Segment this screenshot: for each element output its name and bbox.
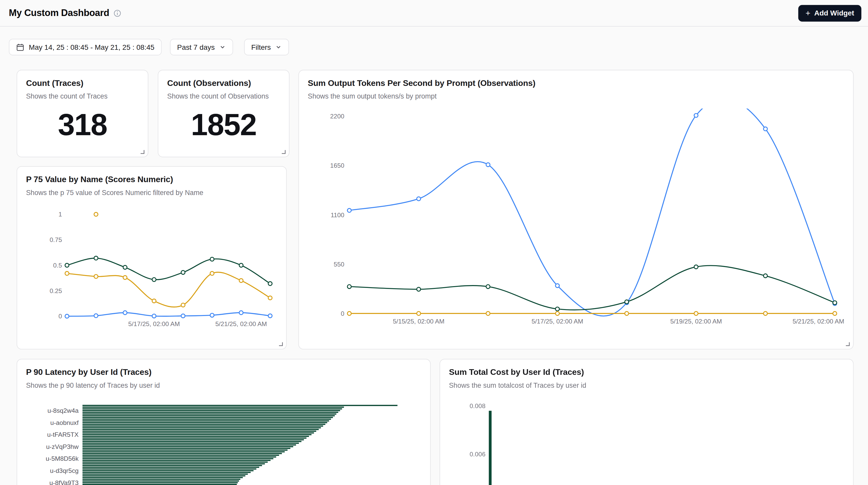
chevron-down-icon xyxy=(219,44,226,51)
filters-label: Filters xyxy=(251,43,271,51)
svg-text:5/17/25, 02:00 AM: 5/17/25, 02:00 AM xyxy=(128,321,180,327)
filters-dropdown[interactable]: Filters xyxy=(244,39,289,55)
widget-subtitle: Shows the sum totalcost of Traces by use… xyxy=(449,382,844,390)
chart-wrap: 00.250.50.7515/17/25, 02:00 AM5/21/25, 0… xyxy=(26,205,277,332)
chart-wrap: 05501100165022005/15/25, 02:00 AM5/17/25… xyxy=(308,109,844,336)
svg-text:0.006: 0.006 xyxy=(470,451,486,458)
svg-text:0.25: 0.25 xyxy=(50,287,62,294)
title-wrap: My Custom Dashboard xyxy=(9,7,121,19)
p90-latency-bar-chart[interactable]: u-8sq2w4au-aobnuxfu-tFAR5TXu-zVqP3hwu-5M… xyxy=(26,399,423,485)
add-widget-label: Add Widget xyxy=(814,9,854,17)
plus-icon: + xyxy=(806,9,810,17)
widget-title: Count (Traces) xyxy=(26,78,139,88)
widget-count-traces[interactable]: Count (Traces) Shows the count of Traces… xyxy=(17,70,148,157)
resize-handle-icon[interactable] xyxy=(278,341,283,346)
svg-text:5/19/25, 02:00 AM: 5/19/25, 02:00 AM xyxy=(670,318,722,325)
metric-value: 1852 xyxy=(167,110,280,140)
chart-wrap: 0.0080.006 xyxy=(449,399,844,485)
svg-text:0.5: 0.5 xyxy=(53,262,62,269)
svg-text:5/21/25, 02:00 AM: 5/21/25, 02:00 AM xyxy=(215,321,267,327)
widget-title: Sum Total Cost by User Id (Traces) xyxy=(449,367,844,377)
widget-title: P 90 Latency by User Id (Traces) xyxy=(26,367,422,377)
widget-title: Sum Output Tokens Per Second by Prompt (… xyxy=(308,78,844,88)
svg-text:u-tFAR5TX: u-tFAR5TX xyxy=(47,431,79,438)
svg-text:5/17/25, 02:00 AM: 5/17/25, 02:00 AM xyxy=(531,318,583,325)
svg-text:u-5M8D56k: u-5M8D56k xyxy=(45,455,79,462)
svg-text:5/15/25, 02:00 AM: 5/15/25, 02:00 AM xyxy=(393,318,444,325)
p75-scores-line-chart[interactable]: 00.250.50.7515/17/25, 02:00 AM5/21/25, 0… xyxy=(26,205,279,332)
add-widget-button[interactable]: + Add Widget xyxy=(798,5,861,21)
widget-total-cost[interactable]: Sum Total Cost by User Id (Traces) Shows… xyxy=(439,359,854,485)
date-range-label: May 14, 25 : 08:45 - May 21, 25 : 08:45 xyxy=(29,43,154,51)
widget-subtitle: Shows the sum output tokens/s by prompt xyxy=(308,92,844,101)
date-preset-label: Past 7 days xyxy=(177,43,215,51)
output-tokens-line-chart[interactable]: 05501100165022005/15/25, 02:00 AM5/17/25… xyxy=(308,109,845,336)
svg-text:2200: 2200 xyxy=(330,113,344,120)
widget-subtitle: Shows the p 75 value of Scores Numeric f… xyxy=(26,189,277,197)
widget-subtitle: Shows the count of Traces xyxy=(26,92,139,101)
svg-text:0: 0 xyxy=(341,310,344,317)
svg-text:5/21/25, 02:00 AM: 5/21/25, 02:00 AM xyxy=(793,318,844,325)
widget-title: Count (Observations) xyxy=(167,78,280,88)
calendar-icon xyxy=(16,43,24,51)
svg-text:u-8sq2w4a: u-8sq2w4a xyxy=(48,407,79,414)
chart-wrap: u-8sq2w4au-aobnuxfu-tFAR5TXu-zVqP3hwu-5M… xyxy=(26,399,422,485)
svg-text:0.008: 0.008 xyxy=(470,402,486,410)
widget-output-tokens[interactable]: Sum Output Tokens Per Second by Prompt (… xyxy=(298,70,854,349)
resize-handle-icon[interactable] xyxy=(845,341,850,346)
svg-text:u-aobnuxf: u-aobnuxf xyxy=(50,419,79,426)
widget-p75-scores[interactable]: P 75 Value by Name (Scores Numeric) Show… xyxy=(17,166,287,350)
svg-text:550: 550 xyxy=(334,261,344,268)
page-title: My Custom Dashboard xyxy=(9,7,109,19)
resize-handle-icon[interactable] xyxy=(140,149,145,154)
widget-p90-latency[interactable]: P 90 Latency by User Id (Traces) Shows t… xyxy=(17,359,431,485)
svg-text:u-8fVa9T3: u-8fVa9T3 xyxy=(49,479,79,485)
date-range-picker[interactable]: May 14, 25 : 08:45 - May 21, 25 : 08:45 xyxy=(9,39,161,55)
svg-text:1: 1 xyxy=(59,211,62,218)
widget-subtitle: Shows the count of Observations xyxy=(167,92,280,101)
widget-subtitle: Shows the p 90 latency of Traces by user… xyxy=(26,382,422,390)
toolbar: May 14, 25 : 08:45 - May 21, 25 : 08:45 … xyxy=(9,39,289,55)
date-preset-dropdown[interactable]: Past 7 days xyxy=(170,39,233,55)
page-header: My Custom Dashboard + Add Widget xyxy=(0,0,868,27)
svg-text:u-d3qr5cg: u-d3qr5cg xyxy=(50,467,79,474)
svg-text:1650: 1650 xyxy=(330,162,344,169)
info-icon[interactable] xyxy=(114,9,121,17)
svg-text:u-zVqP3hw: u-zVqP3hw xyxy=(46,443,79,450)
svg-text:0: 0 xyxy=(59,313,62,320)
chevron-down-icon xyxy=(275,44,282,51)
svg-text:0.75: 0.75 xyxy=(50,236,62,243)
resize-handle-icon[interactable] xyxy=(281,149,286,154)
total-cost-bar-chart[interactable]: 0.0080.006 xyxy=(449,399,845,485)
widget-title: P 75 Value by Name (Scores Numeric) xyxy=(26,174,277,184)
svg-text:1100: 1100 xyxy=(331,212,344,218)
metric-value: 318 xyxy=(26,110,139,140)
widget-count-observations[interactable]: Count (Observations) Shows the count of … xyxy=(158,70,289,157)
dashboard-page: My Custom Dashboard + Add Widget May xyxy=(0,0,868,485)
